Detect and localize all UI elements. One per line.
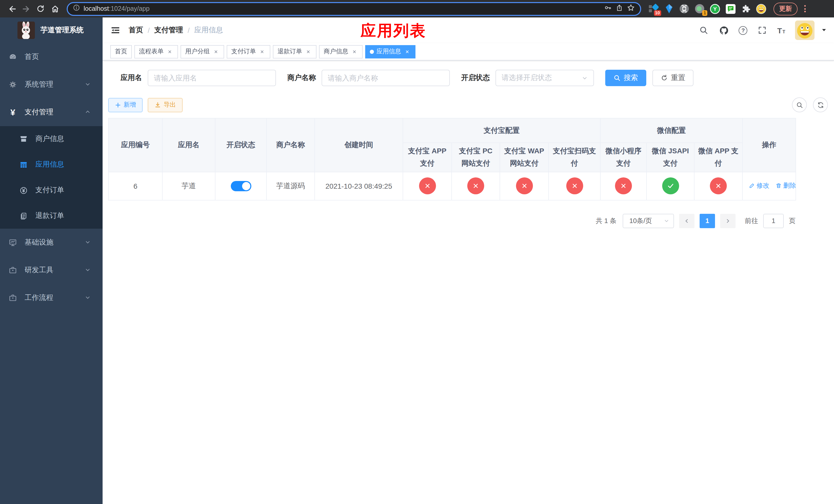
export-button[interactable]: 导出 bbox=[148, 98, 182, 112]
col-header-wechat-jsapi: 微信 JSAPI 支付 bbox=[646, 143, 694, 172]
search-button[interactable]: 搜索 bbox=[605, 70, 646, 86]
app-name-input[interactable] bbox=[148, 70, 276, 86]
col-header-app-id: 应用编号 bbox=[109, 118, 162, 172]
merchant-name-input[interactable] bbox=[322, 70, 450, 86]
gear-icon bbox=[9, 81, 17, 89]
address-bar[interactable]: localhost:1024/pay/app bbox=[67, 2, 641, 16]
close-icon[interactable]: × bbox=[305, 48, 312, 55]
close-icon[interactable]: × bbox=[166, 48, 173, 55]
close-icon[interactable]: × bbox=[259, 48, 266, 55]
page-content: 应用名 商户名称 开启状态 请选择开启状态 bbox=[103, 61, 834, 504]
next-page-button[interactable] bbox=[720, 213, 736, 228]
share-icon[interactable] bbox=[615, 4, 623, 14]
breadcrumb-section[interactable]: 支付管理 bbox=[154, 26, 183, 35]
col-header-actions: 操作 bbox=[743, 118, 796, 172]
extension-chat-icon[interactable] bbox=[725, 4, 736, 14]
sidebar-item-pay-order[interactable]: 支付订单 bbox=[0, 177, 103, 203]
tag-app-info[interactable]: 应用信息× bbox=[365, 45, 415, 58]
close-icon[interactable]: × bbox=[212, 48, 220, 55]
hide-search-button[interactable] bbox=[792, 97, 807, 112]
refresh-button[interactable] bbox=[813, 97, 828, 112]
reload-icon[interactable] bbox=[34, 2, 47, 15]
cell-status bbox=[215, 172, 266, 200]
user-avatar[interactable] bbox=[795, 21, 814, 40]
col-header-alipay-pc: 支付宝 PC 网站支付 bbox=[452, 143, 500, 172]
page-number-button[interactable]: 1 bbox=[700, 213, 715, 228]
app-title: 芋道管理系统 bbox=[41, 26, 84, 35]
sidebar-item-merchant-info[interactable]: 商户信息 bbox=[0, 126, 103, 152]
status-toggle[interactable] bbox=[231, 181, 251, 191]
profile-avatar-icon[interactable] bbox=[756, 4, 766, 14]
chrome-update-button[interactable]: 更新 bbox=[773, 2, 797, 15]
fullscreen-icon[interactable] bbox=[757, 25, 768, 36]
sidebar-item-system[interactable]: 系统管理 bbox=[0, 71, 103, 98]
sidebar-item-payment[interactable]: ¥ 支付管理 bbox=[0, 98, 103, 126]
extension-kite-icon[interactable] bbox=[664, 4, 674, 14]
font-size-icon[interactable]: TT bbox=[777, 26, 785, 34]
annotation-title: 应用列表 bbox=[360, 21, 426, 42]
tags-view-bar: 首页 流程表单× 用户分组× 支付订单× 退款订单× 商户信息× 应用信息× bbox=[103, 43, 834, 61]
breadcrumb-current: 应用信息 bbox=[194, 26, 223, 35]
forward-icon[interactable] bbox=[20, 2, 33, 15]
chrome-menu-icon[interactable] bbox=[801, 3, 809, 14]
sidebar-item-label: 工作流程 bbox=[25, 293, 53, 302]
col-header-alipay-wap: 支付宝 WAP 网站支付 bbox=[500, 143, 549, 172]
tag-pay-order[interactable]: 支付订单× bbox=[227, 45, 270, 58]
chevron-down-icon bbox=[85, 294, 91, 302]
tag-user-group[interactable]: 用户分组× bbox=[180, 45, 224, 58]
prev-page-button[interactable] bbox=[679, 213, 695, 228]
main-area: 应用列表 首页 / 支付管理 / 应用信息 bbox=[103, 18, 834, 504]
extension-command-icon[interactable] bbox=[679, 4, 689, 14]
cell-merchant: 芋道源码 bbox=[266, 172, 315, 200]
col-header-wechat-mini: 微信小程序支付 bbox=[600, 143, 646, 172]
sidebar-item-app-info[interactable]: 应用信息 bbox=[0, 152, 103, 177]
caret-down-icon[interactable] bbox=[821, 26, 827, 35]
sidebar-fold-icon[interactable] bbox=[110, 25, 120, 36]
extension-tampermonkey-icon[interactable]: 10 bbox=[648, 4, 659, 14]
url-text[interactable]: localhost:1024/pay/app bbox=[84, 5, 150, 12]
refresh-icon bbox=[817, 101, 824, 109]
status-alipay-app-fail-icon bbox=[419, 177, 436, 194]
sidebar-menu: 首页 系统管理 ¥ 支付管理 bbox=[0, 43, 103, 312]
add-button[interactable]: 新增 bbox=[108, 98, 142, 112]
home-icon[interactable] bbox=[48, 2, 62, 15]
chevron-down-icon bbox=[85, 238, 91, 247]
docs-question-icon[interactable]: ? bbox=[739, 26, 748, 35]
search-icon[interactable] bbox=[699, 25, 709, 36]
github-icon[interactable] bbox=[719, 25, 729, 36]
delete-button[interactable]: 删除 bbox=[775, 182, 796, 190]
site-info-icon[interactable] bbox=[73, 4, 80, 13]
cell-app-id: 6 bbox=[109, 172, 162, 200]
total-count: 共 1 条 bbox=[596, 216, 616, 225]
extension-yudao-icon[interactable]: Y bbox=[710, 4, 720, 14]
goto-page-input[interactable] bbox=[763, 213, 784, 228]
status-select[interactable]: 请选择开启状态 bbox=[496, 70, 594, 86]
sidebar-item-workflow[interactable]: 工作流程 bbox=[0, 284, 103, 312]
sidebar-item-home[interactable]: 首页 bbox=[0, 43, 103, 71]
plus-icon bbox=[115, 102, 121, 108]
bookmark-star-icon[interactable] bbox=[627, 4, 635, 14]
sidebar-logo[interactable]: 芋道管理系统 bbox=[0, 18, 103, 43]
tag-merchant-info[interactable]: 商户信息× bbox=[319, 45, 363, 58]
sidebar-item-infrastructure[interactable]: 基础设施 bbox=[0, 229, 103, 256]
edit-button[interactable]: 修改 bbox=[749, 182, 769, 190]
sidebar-item-refund-order[interactable]: 退款订单 bbox=[0, 203, 103, 229]
close-icon[interactable]: × bbox=[351, 48, 358, 55]
tag-refund-order[interactable]: 退款订单× bbox=[273, 45, 316, 58]
chevron-left-icon bbox=[684, 217, 690, 224]
back-icon[interactable] bbox=[5, 2, 19, 15]
top-navbar: 首页 / 支付管理 / 应用信息 ? bbox=[103, 18, 834, 43]
reset-button[interactable]: 重置 bbox=[653, 70, 694, 86]
extensions-puzzle-icon[interactable] bbox=[741, 4, 751, 14]
password-key-icon[interactable] bbox=[604, 4, 612, 14]
extension-proxy-icon[interactable]: 1 bbox=[695, 4, 705, 14]
breadcrumb-home[interactable]: 首页 bbox=[129, 26, 143, 35]
payment-submenu: 商户信息 应用信息 支付订单 bbox=[0, 126, 103, 229]
sidebar-item-dev-tools[interactable]: 研发工具 bbox=[0, 256, 103, 284]
page-size-select[interactable]: 10条/页 bbox=[623, 213, 674, 228]
sidebar-item-label: 系统管理 bbox=[25, 80, 53, 89]
col-header-app-name: 应用名 bbox=[162, 118, 215, 172]
close-icon[interactable]: × bbox=[404, 48, 411, 55]
tag-home[interactable]: 首页 bbox=[110, 45, 132, 58]
tag-process-form[interactable]: 流程表单× bbox=[134, 45, 178, 58]
